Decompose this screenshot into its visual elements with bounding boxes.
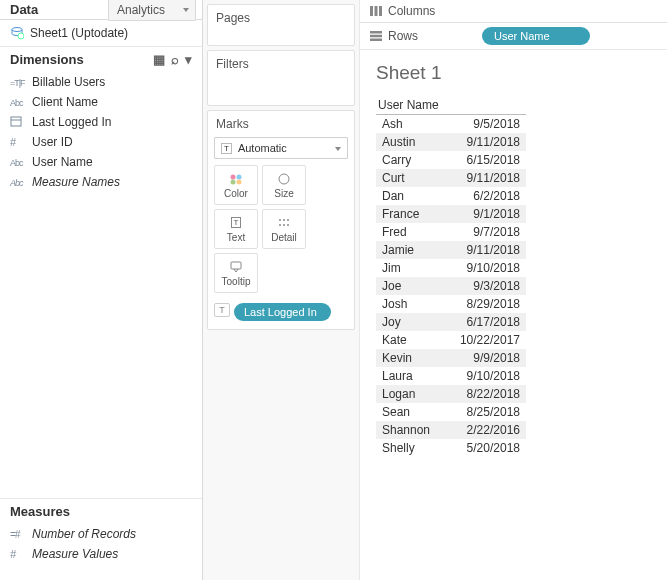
- row-name: Dan: [376, 187, 446, 205]
- row-name: Curt: [376, 169, 446, 187]
- tab-data[interactable]: Data: [0, 2, 48, 17]
- datasource-name: Sheet1 (Uptodate): [30, 26, 128, 40]
- svg-point-0: [12, 28, 22, 32]
- svg-point-7: [237, 179, 242, 184]
- field-label: Client Name: [32, 95, 98, 109]
- menu-caret-icon[interactable]: ▾: [185, 52, 192, 67]
- rows-shelf[interactable]: Rows User Name: [360, 23, 667, 49]
- field-label: User ID: [32, 135, 73, 149]
- table-row[interactable]: Joy6/17/2018: [376, 313, 526, 331]
- field-label: Last Logged In: [32, 115, 111, 129]
- field-type-icon: #: [10, 548, 32, 560]
- svg-point-9: [279, 219, 281, 221]
- marks-pill-last-logged-in[interactable]: Last Logged In: [234, 303, 331, 321]
- table-row[interactable]: Carry6/15/2018: [376, 151, 526, 169]
- table-row[interactable]: France9/1/2018: [376, 205, 526, 223]
- svg-rect-15: [231, 262, 241, 269]
- svg-point-12: [279, 224, 281, 226]
- dimension-field[interactable]: Last Logged In: [10, 112, 192, 132]
- svg-point-6: [231, 179, 236, 184]
- measure-field[interactable]: =#Number of Records: [10, 524, 192, 544]
- datasource-row[interactable]: Sheet1 (Uptodate): [0, 20, 202, 47]
- marks-type-dropdown[interactable]: T Automatic: [214, 137, 348, 159]
- search-icon[interactable]: ⌕: [171, 52, 179, 67]
- field-type-icon: #: [10, 136, 32, 148]
- row-value: 6/17/2018: [446, 313, 526, 331]
- field-type-icon: =#: [10, 529, 32, 540]
- dimension-field[interactable]: AbcUser Name: [10, 152, 192, 172]
- table-row[interactable]: Fred9/7/2018: [376, 223, 526, 241]
- table-row[interactable]: Jamie9/11/2018: [376, 241, 526, 259]
- dimension-field[interactable]: AbcClient Name: [10, 92, 192, 112]
- row-value: 9/7/2018: [446, 223, 526, 241]
- rows-pill-user-name[interactable]: User Name: [482, 27, 590, 45]
- marks-tooltip-button[interactable]: Tooltip: [214, 253, 258, 293]
- table-row[interactable]: Ash9/5/2018: [376, 115, 526, 134]
- dimension-list: =T|FBillable UsersAbcClient NameLast Log…: [0, 72, 202, 198]
- columns-icon: [370, 6, 382, 16]
- field-type-icon: Abc: [10, 97, 32, 108]
- svg-rect-18: [379, 6, 382, 16]
- tab-analytics[interactable]: Analytics: [108, 0, 196, 21]
- field-type-icon: Abc: [10, 157, 32, 168]
- measures-header: Measures: [0, 499, 202, 524]
- svg-point-4: [231, 174, 236, 179]
- svg-point-14: [287, 224, 289, 226]
- table-row[interactable]: Kate10/22/2017: [376, 331, 526, 349]
- measure-field[interactable]: #Measure Values: [10, 544, 192, 564]
- svg-point-5: [237, 174, 242, 179]
- dimension-field[interactable]: =T|FBillable Users: [10, 72, 192, 92]
- datasource-icon: [10, 26, 24, 40]
- marks-color-button[interactable]: Color: [214, 165, 258, 205]
- viz-column: Columns Rows User Name Sheet 1 User Name…: [360, 0, 667, 580]
- row-name: Kevin: [376, 349, 446, 367]
- svg-point-8: [279, 174, 289, 184]
- field-type-icon: =T|F: [10, 77, 32, 88]
- svg-rect-2: [11, 117, 21, 126]
- tooltip-icon: [229, 260, 243, 274]
- field-label: Measure Names: [32, 175, 120, 189]
- dimension-field[interactable]: AbcMeasure Names: [10, 172, 192, 192]
- row-name: Fred: [376, 223, 446, 241]
- marks-detail-button[interactable]: Detail: [262, 209, 306, 249]
- table-row[interactable]: Austin9/11/2018: [376, 133, 526, 151]
- table-row[interactable]: Jim9/10/2018: [376, 259, 526, 277]
- table-row[interactable]: Shannon2/22/2016: [376, 421, 526, 439]
- table-row[interactable]: Shelly5/20/2018: [376, 439, 526, 457]
- row-value: 8/22/2018: [446, 385, 526, 403]
- table-row[interactable]: Logan8/22/2018: [376, 385, 526, 403]
- table-row[interactable]: Josh8/29/2018: [376, 295, 526, 313]
- dimension-field[interactable]: #User ID: [10, 132, 192, 152]
- columns-shelf[interactable]: Columns: [360, 0, 667, 22]
- table-row[interactable]: Kevin9/9/2018: [376, 349, 526, 367]
- table-row[interactable]: Dan6/2/2018: [376, 187, 526, 205]
- marks-size-button[interactable]: Size: [262, 165, 306, 205]
- sheet-title[interactable]: Sheet 1: [376, 62, 651, 94]
- table-row[interactable]: Laura9/10/2018: [376, 367, 526, 385]
- view-toggle-icon[interactable]: ▦: [153, 52, 165, 67]
- table-row[interactable]: Curt9/11/2018: [376, 169, 526, 187]
- row-name: Austin: [376, 133, 446, 151]
- field-label: Billable Users: [32, 75, 105, 89]
- row-name: Laura: [376, 367, 446, 385]
- dimensions-header: Dimensions ▦ ⌕ ▾: [0, 47, 202, 72]
- row-name: Sean: [376, 403, 446, 421]
- row-name: Shannon: [376, 421, 446, 439]
- table-row[interactable]: Joe9/3/2018: [376, 277, 526, 295]
- row-name: Ash: [376, 115, 446, 134]
- row-value: 9/9/2018: [446, 349, 526, 367]
- row-name: Josh: [376, 295, 446, 313]
- row-value: 9/10/2018: [446, 367, 526, 385]
- svg-point-10: [283, 219, 285, 221]
- text-type-icon: T: [221, 143, 232, 154]
- filters-shelf[interactable]: Filters: [207, 50, 355, 106]
- table-row[interactable]: Sean8/25/2018: [376, 403, 526, 421]
- row-name: Jim: [376, 259, 446, 277]
- row-value: 5/20/2018: [446, 439, 526, 457]
- svg-rect-17: [375, 6, 378, 16]
- marks-card: Marks T Automatic Color Size: [207, 110, 355, 330]
- marks-text-button[interactable]: T Text: [214, 209, 258, 249]
- field-label: Measure Values: [32, 547, 118, 561]
- pages-shelf[interactable]: Pages: [207, 4, 355, 46]
- row-value: 9/11/2018: [446, 133, 526, 151]
